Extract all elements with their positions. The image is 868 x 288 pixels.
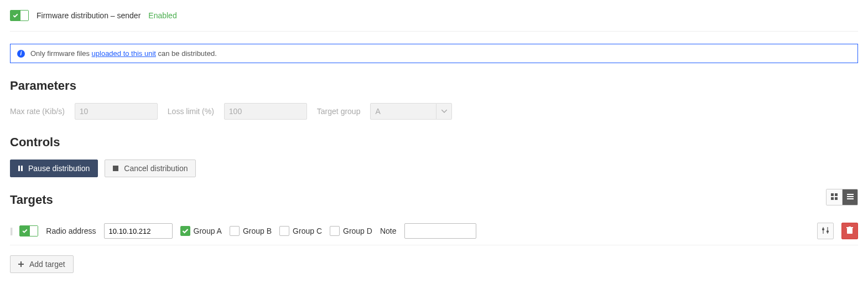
target-group-value: A <box>370 103 436 120</box>
delete-button[interactable] <box>841 223 858 239</box>
cancel-label: Cancel distribution <box>124 164 188 173</box>
svg-rect-9 <box>847 198 854 199</box>
group-c-label: Group C <box>293 227 322 235</box>
radio-address-label: Radio address <box>46 227 96 235</box>
plus-icon <box>18 261 24 267</box>
group-d-label: Group D <box>343 227 372 235</box>
controls-heading: Controls <box>10 135 858 150</box>
loss-limit-label: Loss limit (%) <box>168 107 214 116</box>
check-icon <box>22 227 28 235</box>
svg-rect-8 <box>847 196 854 197</box>
header-row: Firmware distribution – sender Enabled <box>10 10 858 32</box>
max-rate-input[interactable] <box>75 103 158 120</box>
target-enable-toggle[interactable] <box>19 225 38 236</box>
info-prefix: Only firmware files <box>30 49 90 58</box>
pause-button[interactable]: Pause distribution <box>10 160 98 177</box>
trash-icon <box>846 227 853 236</box>
drag-handle-icon[interactable]: || <box>10 227 12 235</box>
svg-rect-6 <box>835 197 838 200</box>
pause-icon <box>18 166 23 171</box>
svg-rect-14 <box>847 228 853 234</box>
view-toggle <box>826 189 858 205</box>
svg-rect-5 <box>831 197 834 200</box>
group-c: Group C <box>279 226 322 236</box>
stop-icon <box>113 166 118 171</box>
grid-icon <box>831 193 838 202</box>
pause-label: Pause distribution <box>28 164 90 173</box>
controls-row: Pause distribution Cancel distribution <box>10 160 858 177</box>
svg-rect-0 <box>18 166 20 171</box>
enable-toggle[interactable] <box>10 10 29 21</box>
note-label: Note <box>380 227 397 235</box>
svg-point-11 <box>823 228 824 230</box>
group-d-checkbox[interactable] <box>330 226 340 236</box>
svg-rect-15 <box>846 227 853 228</box>
advanced-button[interactable] <box>817 223 834 239</box>
group-a-checkbox[interactable] <box>180 226 190 236</box>
group-a-label: Group A <box>194 227 222 235</box>
toggle-knob <box>29 226 38 236</box>
sliders-icon <box>822 227 829 236</box>
parameters-row: Max rate (Kib/s) Loss limit (%) Target g… <box>10 103 858 120</box>
group-b: Group B <box>230 226 272 236</box>
svg-point-13 <box>827 230 829 232</box>
group-a: Group A <box>180 226 222 236</box>
info-text: Only firmware files uploaded to this uni… <box>30 49 217 58</box>
target-row: || Radio address Group A Group B Group C… <box>10 217 858 245</box>
target-group-select[interactable]: A <box>370 103 452 120</box>
parameters-heading: Parameters <box>10 79 858 93</box>
targets-heading: Targets <box>10 193 53 207</box>
cancel-button[interactable]: Cancel distribution <box>105 160 196 177</box>
svg-rect-3 <box>831 193 834 196</box>
loss-limit-input[interactable] <box>224 103 307 120</box>
uploaded-link[interactable]: uploaded to this unit <box>92 49 156 58</box>
group-b-label: Group B <box>243 227 272 235</box>
svg-rect-2 <box>113 166 118 171</box>
page-title: Firmware distribution – sender <box>37 11 141 20</box>
add-target-button[interactable]: Add target <box>10 255 74 273</box>
list-icon <box>847 193 854 202</box>
svg-rect-4 <box>835 193 838 196</box>
list-view-button[interactable] <box>842 189 857 205</box>
note-input[interactable] <box>404 223 476 239</box>
info-suffix: can be distributed. <box>158 49 217 58</box>
check-icon <box>13 12 18 19</box>
svg-rect-1 <box>21 166 23 171</box>
group-d: Group D <box>330 226 372 236</box>
toggle-knob <box>20 11 28 20</box>
info-icon: i <box>17 50 25 58</box>
chevron-down-icon[interactable] <box>436 103 452 120</box>
status-badge: Enabled <box>148 11 176 20</box>
group-b-checkbox[interactable] <box>230 226 240 236</box>
add-target-label: Add target <box>29 260 65 269</box>
group-c-checkbox[interactable] <box>279 226 289 236</box>
grid-view-button[interactable] <box>827 189 842 205</box>
svg-rect-7 <box>847 194 854 195</box>
target-group-label: Target group <box>317 107 361 116</box>
svg-rect-16 <box>849 227 851 227</box>
info-banner: i Only firmware files uploaded to this u… <box>10 44 858 63</box>
max-rate-label: Max rate (Kib/s) <box>10 107 65 116</box>
radio-address-input[interactable] <box>104 223 173 239</box>
